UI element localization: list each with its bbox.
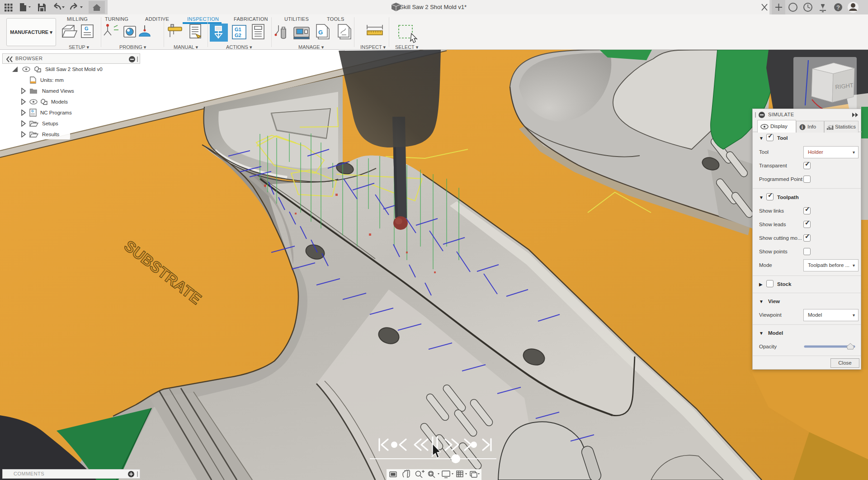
svg-text:G2: G2 bbox=[235, 33, 241, 38]
svg-text:G: G bbox=[318, 29, 323, 36]
svg-text:1: 1 bbox=[431, 452, 434, 458]
svg-text:?: ? bbox=[836, 4, 840, 11]
svg-text:G: G bbox=[85, 26, 89, 31]
svg-text:G1: G1 bbox=[235, 27, 241, 32]
svg-text:i: i bbox=[802, 125, 803, 130]
svg-text:G: G bbox=[31, 109, 34, 113]
